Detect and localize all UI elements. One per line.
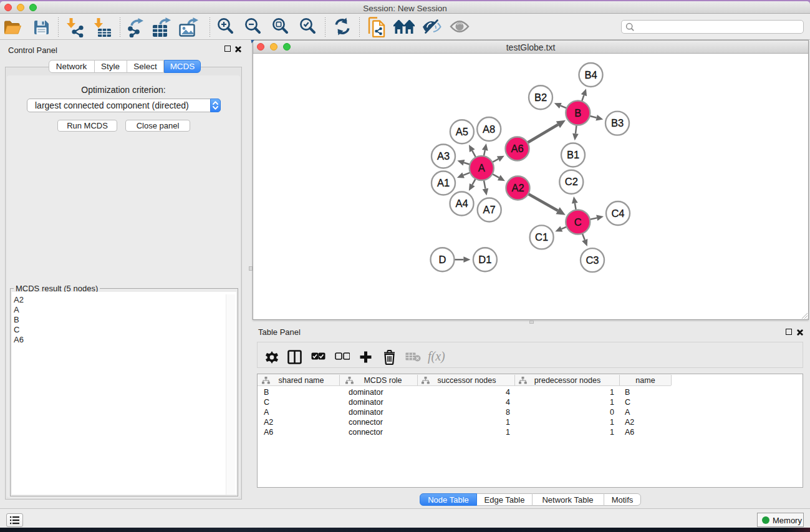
svg-text:A7: A7 xyxy=(483,204,496,215)
svg-text:A5: A5 xyxy=(456,126,468,137)
svg-text:A2: A2 xyxy=(511,182,524,193)
svg-text:B2: B2 xyxy=(534,92,547,103)
svg-text:A8: A8 xyxy=(483,123,495,135)
svg-text:A1: A1 xyxy=(437,177,450,188)
svg-text:C4: C4 xyxy=(611,208,624,219)
svg-text:C3: C3 xyxy=(586,254,599,266)
svg-text:C1: C1 xyxy=(535,231,548,243)
svg-text:B4: B4 xyxy=(584,69,597,80)
svg-text:D: D xyxy=(439,254,446,265)
svg-text:A4: A4 xyxy=(455,198,468,209)
svg-text:C2: C2 xyxy=(565,176,578,187)
svg-text:B1: B1 xyxy=(567,149,579,160)
svg-text:B3: B3 xyxy=(611,117,624,128)
svg-text:A3: A3 xyxy=(437,150,450,162)
svg-text:B: B xyxy=(574,107,581,118)
svg-text:C: C xyxy=(574,216,582,228)
svg-text:A6: A6 xyxy=(511,143,523,154)
svg-text:A: A xyxy=(478,162,485,173)
svg-text:D1: D1 xyxy=(478,254,491,265)
